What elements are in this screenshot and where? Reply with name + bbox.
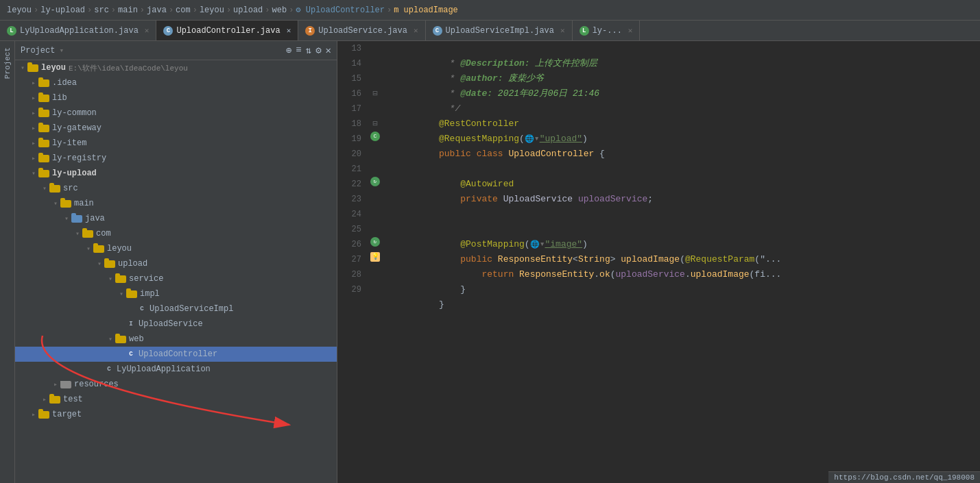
code-editor[interactable]: 13 * @Description: 上传文件控制层 14 * @author:… (337, 41, 980, 483)
line-number: 29 (337, 282, 368, 297)
tree-item-com[interactable]: ▾ com (15, 226, 337, 241)
breadcrumb-sep: › (34, 5, 38, 15)
tree-label: target (52, 410, 82, 419)
tree-item-java[interactable]: ▾ java (15, 211, 337, 226)
folder-icon (38, 110, 49, 117)
tree-item-test[interactable]: ▸ test (15, 392, 337, 407)
tree-label: lib (52, 93, 67, 103)
breadcrumb-sep: › (289, 5, 294, 15)
tree-item-lyregistry[interactable]: ▸ ly-registry (15, 151, 337, 166)
tree-item-upload[interactable]: ▾ upload (15, 256, 337, 271)
tree-label: resources (74, 380, 119, 389)
tree-label: LyUploadApplication (117, 364, 211, 374)
breadcrumb-item[interactable]: ly-upload (40, 5, 85, 15)
breadcrumb-sep: › (140, 5, 145, 15)
tab-lyuploadapplication[interactable]: L LyUploadApplication.java ✕ (0, 21, 156, 40)
folder-icon (38, 125, 49, 132)
breadcrumb-sep: › (387, 5, 392, 15)
folder-icon (38, 95, 49, 102)
tree-item-web[interactable]: ▾ web (15, 332, 337, 347)
breadcrumb-item[interactable]: java (147, 5, 167, 15)
tree-item-impl[interactable]: ▾ impl (15, 286, 337, 301)
project-tool-label[interactable]: Project (2, 45, 13, 82)
tab-close-icon[interactable]: ✕ (287, 26, 291, 35)
line-gutter: C (368, 132, 382, 141)
breadcrumb-sep: › (226, 5, 231, 15)
tab-uploadserviceimpl[interactable]: C UploadServiceImpl.java ✕ (426, 21, 573, 40)
tree-item-src[interactable]: ▾ src (15, 181, 337, 196)
tree-item-lycommon[interactable]: ▸ ly-common (15, 106, 337, 121)
folder-icon (104, 260, 115, 268)
tab-ly[interactable]: L ly-... ✕ (573, 21, 641, 40)
status-bar: https://blog.csdn.net/qq_198008 (828, 471, 980, 483)
breadcrumb-sep: › (193, 5, 198, 15)
settings-icon[interactable]: ⚙ (315, 45, 321, 56)
arrow-icon: ▸ (29, 124, 38, 132)
tree-item-uploadservice[interactable]: I UploadService (15, 317, 337, 332)
tab-close-icon[interactable]: ✕ (414, 26, 418, 35)
tree-label: leyou (107, 244, 132, 253)
tree-item-lyupload[interactable]: ▾ ly-upload (15, 166, 337, 181)
refresh-icon: ↻ (370, 177, 380, 186)
close-icon[interactable]: ✕ (326, 45, 331, 56)
tab-close-icon[interactable]: ✕ (560, 26, 565, 35)
fold-icon[interactable]: ⊟ (372, 86, 377, 101)
breadcrumb-item[interactable]: web (272, 5, 287, 15)
tree-item-service[interactable]: ▾ service (15, 271, 337, 286)
breadcrumb-method[interactable]: m uploadImage (394, 5, 458, 15)
line-number: 20 (337, 147, 368, 162)
breadcrumb-sep: › (265, 5, 270, 15)
line-number: 14 (337, 56, 368, 71)
line-gutter: ↻ (368, 177, 382, 186)
breadcrumb-class[interactable]: ⚙ UploadController (296, 5, 385, 15)
tree-item-uploadcontroller[interactable]: C UploadController (15, 347, 337, 362)
tree-label: ly-gateway (52, 123, 101, 133)
line-number: 22 (337, 177, 368, 192)
code-line-21: 21 @Autowired (337, 162, 980, 177)
sort-icon[interactable]: ⇅ (306, 45, 311, 56)
tree-label: ly-upload (52, 169, 97, 178)
tree-item-leyou[interactable]: ▾ leyou E:\软件\idea\IdeaCode\leyou (15, 60, 337, 75)
tab-uploadservice[interactable]: I UploadService.java ✕ (298, 21, 425, 40)
line-number: 18 (337, 116, 368, 132)
code-line-25: 25 @PostMapping(🌐▾"image") (337, 222, 980, 237)
collapse-icon[interactable]: ≡ (296, 45, 301, 56)
tree-item-lygateway[interactable]: ▸ ly-gateway (15, 121, 337, 136)
tree-item-uploadserviceimpl[interactable]: C UploadServiceImpl (15, 301, 337, 317)
code-line-29: 29 } (337, 282, 980, 297)
tab-close-icon[interactable]: ✕ (628, 26, 633, 35)
folder-icon (49, 396, 60, 404)
tree-label: java (85, 214, 105, 223)
file-icon-i: I (126, 319, 136, 329)
dropdown-arrow[interactable]: ▾ (59, 46, 64, 55)
tree-label: test (63, 395, 83, 404)
tab-uploadcontroller[interactable]: C UploadController.java ✕ (156, 21, 298, 40)
tree-item-lib[interactable]: ▸ lib (15, 90, 337, 106)
tab-close-icon[interactable]: ✕ (145, 26, 150, 35)
breadcrumb-item[interactable]: main (118, 5, 138, 15)
tree-item-lyitem[interactable]: ▸ ly-item (15, 136, 337, 151)
line-number: 28 (337, 267, 368, 282)
tree-item-lyuploadapplication[interactable]: C LyUploadApplication (15, 362, 337, 377)
breadcrumb-item[interactable]: src (94, 5, 109, 15)
breadcrumb-sep: › (169, 5, 174, 15)
line-number: 26 (337, 237, 368, 252)
breadcrumb-item[interactable]: com (176, 5, 191, 15)
breadcrumb-item[interactable]: leyou (7, 5, 32, 15)
tree-item-main[interactable]: ▾ main (15, 196, 337, 211)
locate-icon[interactable]: ⊕ (286, 45, 291, 56)
breadcrumb-item[interactable]: leyou (200, 5, 224, 15)
tree-label: ly-item (52, 138, 86, 148)
code-line-26: 26 ↻ public ResponseEntity<String> uploa… (337, 237, 980, 252)
code-line-22: 22 ↻ private UploadService uploadService… (337, 177, 980, 192)
breadcrumb-sep: › (111, 5, 116, 15)
folder-icon (93, 245, 104, 253)
breadcrumb-item[interactable]: upload (233, 5, 263, 15)
bulb-icon[interactable]: 💡 (370, 252, 380, 262)
tree-item-idea[interactable]: ▸ .idea (15, 75, 337, 90)
tab-icon-c2: C (433, 26, 442, 36)
tree-item-resources[interactable]: ▸ resources (15, 377, 337, 392)
line-number: 19 (337, 132, 368, 147)
tree-item-target[interactable]: ▸ target (15, 407, 337, 422)
tree-item-leyou-pkg[interactable]: ▾ leyou (15, 241, 337, 256)
